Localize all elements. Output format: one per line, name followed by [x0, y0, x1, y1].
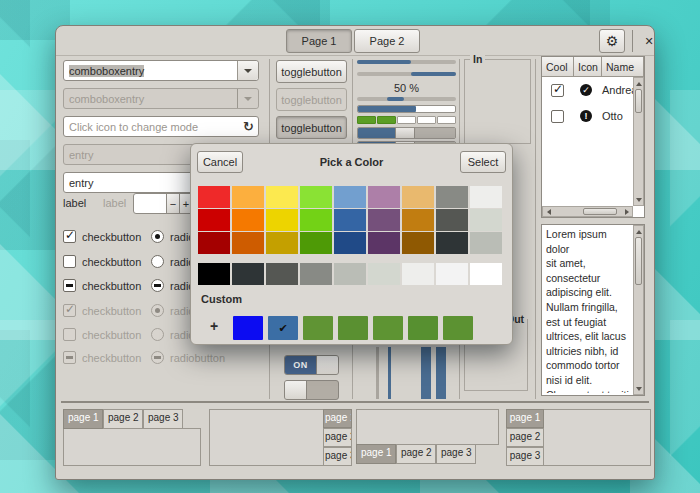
color-swatch-selected[interactable]: ✔ — [268, 316, 298, 340]
tab-page-3[interactable]: page 3 — [436, 444, 476, 464]
checkbox-indeterminate[interactable] — [63, 279, 76, 292]
color-swatch[interactable] — [368, 263, 400, 285]
color-swatch[interactable] — [232, 232, 264, 254]
slider-handle[interactable] — [395, 128, 415, 138]
color-swatch[interactable] — [443, 316, 473, 340]
column-header-cool[interactable]: Cool — [542, 57, 574, 77]
textview[interactable]: Lorem ipsum dolor sit amet, consectetur … — [541, 224, 645, 396]
color-swatch[interactable] — [402, 209, 434, 231]
color-swatch[interactable] — [300, 186, 332, 208]
table-row[interactable]: ✓ Andrea — [542, 77, 644, 103]
color-swatch[interactable] — [334, 186, 366, 208]
color-swatch[interactable] — [198, 232, 230, 254]
tab-page-2[interactable]: page 2 — [396, 444, 436, 464]
color-swatch[interactable] — [198, 186, 230, 208]
row-checkbox-checked[interactable] — [551, 84, 564, 97]
color-swatch[interactable] — [232, 186, 264, 208]
color-swatch[interactable] — [436, 186, 468, 208]
color-swatch[interactable] — [266, 186, 298, 208]
scale-slider[interactable] — [357, 127, 456, 139]
tab-page-1[interactable]: page 1 — [506, 409, 544, 428]
color-swatch[interactable] — [334, 263, 366, 285]
select-button[interactable]: Select — [460, 151, 506, 173]
tab-page-3[interactable]: page 3 — [506, 447, 544, 466]
checkbox-checked[interactable] — [63, 230, 76, 243]
tab-page-1[interactable]: page 1 — [323, 409, 352, 428]
scrollbar-thumb[interactable] — [635, 237, 642, 285]
scrollbar-thumb[interactable] — [635, 89, 642, 113]
color-swatch[interactable] — [368, 232, 400, 254]
scrollbar-thumb[interactable] — [583, 208, 617, 215]
scroll-down-icon[interactable] — [634, 195, 643, 204]
color-swatch[interactable] — [266, 209, 298, 231]
color-swatch[interactable] — [470, 232, 502, 254]
column-header-name[interactable]: Name — [602, 57, 644, 77]
tab-page-1[interactable]: page 1 — [63, 409, 103, 429]
spinbutton-entry[interactable] — [133, 193, 167, 214]
color-swatch[interactable] — [266, 263, 298, 285]
scroll-up-icon[interactable] — [634, 79, 643, 88]
table-row[interactable]: ! Otto — [542, 103, 644, 129]
tab-page-3[interactable]: page 3 — [143, 409, 183, 429]
gear-button[interactable]: ⚙ — [599, 29, 625, 53]
color-swatch[interactable] — [338, 316, 368, 340]
tab-page-2[interactable]: page 2 — [323, 428, 352, 447]
tab-page-2[interactable]: page 2 — [103, 409, 143, 429]
tab-page-2[interactable]: page 2 — [506, 428, 544, 447]
color-swatch[interactable] — [402, 232, 434, 254]
color-swatch[interactable] — [198, 209, 230, 231]
color-swatch[interactable] — [436, 209, 468, 231]
tab-page-1[interactable]: Page 1 — [286, 29, 352, 53]
color-swatch[interactable] — [402, 186, 434, 208]
color-swatch[interactable] — [266, 232, 298, 254]
color-swatch[interactable] — [232, 263, 264, 285]
color-swatch[interactable] — [232, 209, 264, 231]
switch-knob[interactable] — [316, 356, 338, 374]
comboboxentry[interactable]: comboboxentry — [63, 60, 259, 81]
color-swatch[interactable] — [368, 186, 400, 208]
color-swatch[interactable] — [300, 209, 332, 231]
color-swatch[interactable] — [436, 232, 468, 254]
vertical-scrollbar[interactable] — [633, 77, 644, 206]
scroll-up-icon[interactable] — [634, 227, 643, 236]
tab-page-1[interactable]: page 1 — [356, 444, 396, 464]
checkbox-unchecked[interactable] — [63, 255, 76, 268]
color-swatch[interactable] — [300, 232, 332, 254]
color-swatch[interactable] — [436, 263, 468, 285]
vertical-scale-fill[interactable] — [388, 347, 391, 399]
color-swatch[interactable] — [334, 232, 366, 254]
tab-page-2[interactable]: Page 2 — [354, 29, 420, 53]
togglebutton[interactable]: togglebutton — [276, 60, 347, 83]
horizontal-scrollbar[interactable] — [542, 206, 633, 217]
color-swatch[interactable] — [470, 209, 502, 231]
color-swatch[interactable] — [470, 186, 502, 208]
radio-selected[interactable] — [151, 230, 164, 243]
color-swatch[interactable] — [470, 263, 502, 285]
color-swatch[interactable] — [368, 209, 400, 231]
spin-minus-button[interactable]: − — [166, 193, 180, 214]
vertical-scale-trough[interactable] — [376, 347, 379, 399]
tab-page-3[interactable]: page 3 — [323, 447, 352, 466]
color-swatch[interactable] — [334, 209, 366, 231]
color-swatch[interactable] — [233, 316, 263, 340]
vertical-scrollbar[interactable] — [633, 225, 644, 395]
color-swatch[interactable] — [373, 316, 403, 340]
color-swatch[interactable] — [300, 263, 332, 285]
scroll-down-icon[interactable] — [634, 384, 643, 393]
togglebutton-pressed[interactable]: togglebutton — [276, 116, 347, 139]
scroll-right-icon[interactable] — [622, 207, 631, 216]
refresh-icon[interactable]: ↻ — [243, 119, 254, 134]
color-swatch[interactable] — [198, 263, 230, 285]
row-checkbox-unchecked[interactable] — [551, 110, 564, 123]
radio-unselected[interactable] — [151, 255, 164, 268]
close-button[interactable]: ✕ — [639, 29, 659, 53]
comboboxentry-dropdown-button[interactable] — [237, 61, 258, 80]
radio-indeterminate[interactable] — [151, 279, 164, 292]
add-custom-color-button[interactable]: + — [205, 314, 223, 338]
column-header-icon[interactable]: Icon — [574, 57, 602, 77]
color-swatch[interactable] — [303, 316, 333, 340]
color-swatch[interactable] — [402, 263, 434, 285]
mode-entry[interactable]: Click icon to change mode ↻ — [63, 116, 259, 137]
switch-on[interactable]: ON — [284, 355, 339, 375]
color-swatch[interactable] — [408, 316, 438, 340]
